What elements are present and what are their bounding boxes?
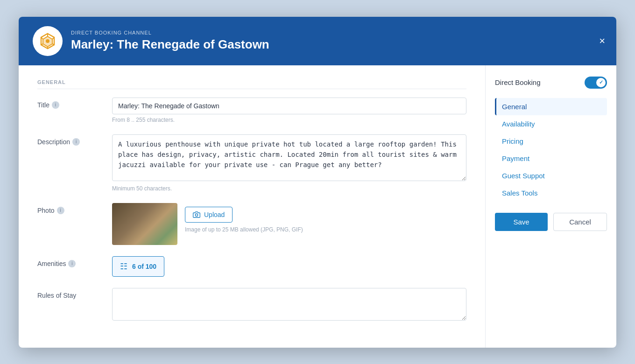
- svg-point-9: [46, 39, 49, 43]
- main-content: General Title i From 8 .. 255 characters…: [19, 65, 486, 348]
- camera-icon: [193, 211, 200, 218]
- amenities-button[interactable]: ☷ 6 of 100: [112, 256, 164, 277]
- title-row: Title i From 8 .. 255 characters.: [37, 98, 466, 123]
- sidebar-item-sales-tools[interactable]: Sales Tools: [495, 184, 607, 202]
- amenities-count: 6 of 100: [132, 263, 156, 270]
- direct-booking-toggle[interactable]: ✓: [585, 77, 607, 89]
- sidebar-item-guest-support[interactable]: Guest Suppot: [495, 167, 607, 184]
- header-subtitle: Direct Booking Channel: [71, 30, 269, 35]
- amenities-list-icon: ☷: [120, 261, 127, 272]
- upload-hint: Image of up to 25 MB allowed (JPG, PNG, …: [185, 226, 303, 233]
- photo-control-wrap: Upload Image of up to 25 MB allowed (JPG…: [112, 203, 466, 245]
- toggle-check-icon: ✓: [599, 79, 603, 85]
- sidebar: Direct Booking ✓ General Availability Pr…: [486, 65, 616, 348]
- description-hint: Minimum 50 characters.: [112, 185, 466, 192]
- direct-booking-row: Direct Booking ✓: [495, 77, 607, 89]
- upload-label: Upload: [204, 211, 225, 218]
- sidebar-item-general[interactable]: General: [495, 98, 607, 115]
- description-label: Description i: [37, 134, 112, 146]
- rules-label: Rules of Stay: [37, 288, 112, 299]
- amenities-label: Amenities i: [37, 256, 112, 267]
- brand-logo-icon: [38, 32, 57, 50]
- amenities-info-icon: i: [68, 260, 76, 267]
- sidebar-item-pricing[interactable]: Pricing: [495, 133, 607, 150]
- amenities-row: Amenities i ☷ 6 of 100: [37, 256, 466, 277]
- description-row: Description i A luxurious penthouse with…: [37, 134, 466, 192]
- rules-control-wrap: [112, 288, 466, 322]
- action-buttons: Save Cancel: [495, 213, 607, 231]
- title-label: Title i: [37, 98, 112, 109]
- modal-container: Direct Booking Channel Marley: The Reneg…: [19, 17, 616, 348]
- save-button[interactable]: Save: [495, 213, 548, 231]
- photo-area: Upload Image of up to 25 MB allowed (JPG…: [112, 203, 466, 245]
- rules-textarea[interactable]: [112, 288, 466, 321]
- photo-label: Photo i: [37, 203, 112, 214]
- photo-thumbnail: [112, 203, 177, 245]
- sidebar-item-payment[interactable]: Payment: [495, 150, 607, 167]
- sidebar-item-availability[interactable]: Availability: [495, 115, 607, 133]
- modal-header: Direct Booking Channel Marley: The Reneg…: [19, 17, 616, 65]
- title-hint: From 8 .. 255 characters.: [112, 117, 466, 123]
- photo-row: Photo i Upload: [37, 203, 466, 245]
- direct-booking-label: Direct Booking: [495, 78, 541, 86]
- title-input[interactable]: [112, 98, 466, 114]
- cancel-button[interactable]: Cancel: [553, 213, 607, 231]
- description-field-wrap: A luxurious penthouse with unique privat…: [112, 134, 466, 192]
- title-info-icon: i: [52, 101, 59, 109]
- logo-circle: [33, 26, 63, 56]
- upload-button[interactable]: Upload: [185, 207, 233, 223]
- modal-body: General Title i From 8 .. 255 characters…: [19, 65, 616, 348]
- photo-info-icon: i: [57, 207, 64, 214]
- header-title: Marley: The Renegade of Gastown: [71, 37, 269, 52]
- section-label: General: [37, 79, 466, 89]
- title-field-wrap: From 8 .. 255 characters.: [112, 98, 466, 123]
- rules-row: Rules of Stay: [37, 288, 466, 322]
- amenities-control-wrap: ☷ 6 of 100: [112, 256, 466, 277]
- close-button[interactable]: ×: [599, 36, 605, 46]
- sidebar-nav: General Availability Pricing Payment Gue…: [495, 98, 607, 202]
- description-info-icon: i: [72, 138, 80, 146]
- upload-area: Upload Image of up to 25 MB allowed (JPG…: [185, 203, 303, 233]
- header-text-group: Direct Booking Channel Marley: The Reneg…: [71, 30, 269, 52]
- description-textarea[interactable]: A luxurious penthouse with unique privat…: [112, 134, 466, 181]
- svg-point-10: [195, 214, 198, 216]
- toggle-knob: ✓: [596, 78, 606, 87]
